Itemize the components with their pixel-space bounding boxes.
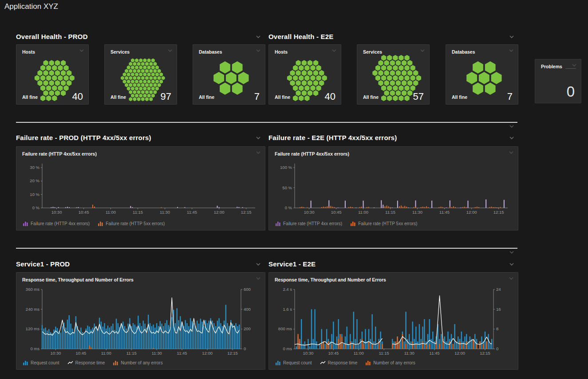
bar-series-icon [275, 360, 281, 365]
legend-label: Number of any errors [373, 360, 415, 365]
chevron-down-icon[interactable] [508, 276, 514, 281]
failure-rate-chart: 100 %50 %0 %10:3010:4511:0011:1511:3011:… [274, 158, 513, 219]
tile-title: Problems [541, 64, 562, 69]
svg-text:11:00: 11:00 [354, 351, 364, 356]
chevron-down-icon[interactable] [255, 48, 261, 53]
tile-hosts-e2e[interactable]: Hosts All fine 40 [268, 44, 341, 105]
status-label: All fine [110, 94, 126, 100]
legend-item[interactable]: Request count [275, 360, 312, 365]
svg-text:24: 24 [496, 287, 501, 292]
chevron-down-icon[interactable] [255, 150, 261, 155]
legend-item[interactable]: Failure rate (HTTP 5xx errors) [98, 221, 165, 226]
chart-tile-service1-prod[interactable]: Response time, Throughput and Number of … [16, 272, 265, 370]
section-header-service1-prod: Service1 - PROD [16, 259, 70, 268]
svg-text:10:30: 10:30 [51, 210, 62, 215]
entity-count: 40 [72, 91, 83, 102]
entity-count: 97 [161, 91, 171, 102]
chevron-down-icon[interactable] [509, 262, 515, 266]
svg-text:0: 0 [496, 346, 498, 351]
svg-text:11:15: 11:15 [133, 210, 143, 215]
svg-text:0 %: 0 % [32, 205, 40, 210]
tile-databases-prod[interactable]: Databases All fine 7 [193, 44, 265, 105]
section-title: Overall Health - E2E [268, 33, 334, 40]
legend-item[interactable]: Response time [67, 360, 105, 365]
tile-title: Databases [452, 49, 475, 55]
line-series-icon [67, 360, 73, 365]
bar-series-icon [350, 221, 356, 226]
legend-item[interactable]: Failure rate (HTTP 4xx errors) [275, 221, 342, 226]
chevron-down-icon[interactable] [255, 136, 261, 140]
chart-tile-service1-e2e[interactable]: Response time, Throughput and Number of … [268, 272, 518, 370]
service-metrics-chart: 2.4 s1.6 s800 ms0 ms24168010:3010:4511:0… [274, 284, 513, 356]
tile-title: Databases [199, 49, 222, 55]
chart-tile-failure-e2e[interactable]: Failure rate (HTTP 4xx/5xx errors) 100 %… [268, 146, 518, 231]
svg-text:360 ms: 360 ms [26, 287, 39, 292]
svg-text:10:30: 10:30 [50, 351, 61, 356]
chevron-down-icon[interactable] [509, 136, 515, 140]
svg-text:12:15: 12:15 [480, 351, 490, 356]
svg-text:11:45: 11:45 [439, 210, 450, 215]
tile-hosts-prod[interactable]: Hosts All fine 40 [16, 44, 89, 105]
entity-count: 7 [507, 91, 513, 102]
tile-title: Services [363, 49, 382, 55]
svg-text:10:45: 10:45 [331, 210, 342, 215]
svg-text:0 ms: 0 ms [283, 346, 292, 351]
entity-count: 57 [413, 91, 424, 102]
legend-item[interactable]: Failure rate (HTTP 5xx errors) [350, 221, 417, 226]
svg-text:12:15: 12:15 [227, 351, 238, 356]
chevron-down-icon[interactable] [509, 35, 515, 39]
legend-label: Failure rate (HTTP 4xx errors) [31, 221, 90, 226]
status-label: All fine [275, 94, 290, 100]
legend-label: Request count [31, 360, 59, 365]
svg-text:400: 400 [244, 307, 251, 312]
svg-text:120 ms: 120 ms [26, 326, 39, 331]
legend-label: Response time [328, 360, 358, 365]
tile-services-prod[interactable]: Services All fine 97 [104, 44, 177, 105]
svg-text:10:45: 10:45 [75, 351, 86, 356]
svg-text:12:00: 12:00 [454, 351, 465, 356]
chevron-down-icon[interactable] [255, 262, 261, 266]
chart-title: Failure rate (HTTP 4xx/5xx errors) [22, 151, 97, 156]
chart-legend: Failure rate (HTTP 4xx errors)Failure ra… [275, 221, 417, 226]
section-title: Overall Health - PROD [16, 33, 88, 40]
svg-text:600: 600 [244, 287, 251, 292]
chart-title: Response time, Throughput and Number of … [275, 277, 386, 282]
svg-text:11:30: 11:30 [404, 351, 414, 356]
tile-services-e2e[interactable]: Services All fine 57 [357, 44, 430, 105]
svg-text:12:15: 12:15 [493, 210, 504, 215]
chevron-down-icon[interactable] [508, 150, 514, 155]
chevron-down-icon[interactable] [79, 48, 85, 53]
legend-label: Response time [75, 360, 105, 365]
legend-item[interactable]: Number of any errors [365, 360, 415, 365]
section-divider [16, 248, 517, 249]
svg-text:0 %: 0 % [285, 205, 292, 210]
chevron-down-icon[interactable] [571, 63, 577, 67]
chevron-down-icon[interactable] [419, 48, 426, 53]
chart-tile-failure-prod[interactable]: Failure rate (HTTP 4xx/5xx errors) 30 %2… [16, 146, 265, 231]
chevron-down-icon[interactable] [167, 48, 173, 53]
chart-legend: Failure rate (HTTP 4xx errors)Failure ra… [23, 221, 165, 226]
svg-text:11:00: 11:00 [101, 351, 111, 356]
page-title: Application XYZ [4, 2, 58, 11]
chevron-down-icon[interactable] [331, 48, 337, 53]
tile-title: Services [110, 49, 130, 55]
status-label: All fine [363, 94, 379, 100]
legend-item[interactable]: Request count [23, 360, 59, 365]
tile-problems[interactable]: Problems 0 [535, 59, 581, 103]
legend-item[interactable]: Number of any errors [113, 360, 162, 365]
svg-text:16: 16 [496, 307, 501, 312]
chevron-down-icon[interactable] [255, 276, 261, 281]
tile-databases-e2e[interactable]: Databases All fine 7 [446, 44, 518, 105]
bar-series-icon [23, 360, 28, 365]
bar-series-icon [23, 221, 28, 226]
svg-text:50 %: 50 % [282, 185, 292, 190]
chevron-down-icon[interactable] [509, 124, 515, 129]
legend-item[interactable]: Failure rate (HTTP 4xx errors) [23, 221, 90, 226]
chevron-down-icon[interactable] [508, 48, 514, 53]
chevron-down-icon[interactable] [509, 250, 515, 254]
svg-text:12:00: 12:00 [214, 210, 225, 215]
svg-text:12:00: 12:00 [202, 351, 213, 356]
svg-text:10:30: 10:30 [303, 351, 313, 356]
chevron-down-icon[interactable] [255, 35, 261, 39]
legend-item[interactable]: Response time [320, 360, 358, 365]
